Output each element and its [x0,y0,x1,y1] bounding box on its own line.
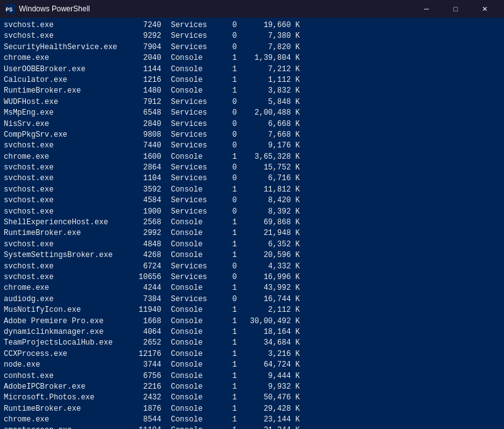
process-name: svchost.exe [4,272,120,283]
process-session: Console [161,316,218,327]
process-name: smartscreen.exe [4,425,120,429]
process-session: Console [161,392,218,403]
process-session: Services [161,20,218,31]
process-mem: 7,820 K [237,42,300,53]
process-num: 1 [218,316,237,327]
process-pid: 2864 [120,163,161,173]
process-pid: 8544 [120,415,161,425]
process-pid: 2652 [120,338,161,348]
process-num: 0 [218,140,237,151]
process-mem: 11,812 K [237,185,300,195]
process-session: Services [161,163,218,173]
process-session: Services [161,42,218,53]
process-mem: 30,00,492 K [237,316,300,327]
process-session: Console [161,305,218,316]
process-session: Console [161,86,218,96]
process-pid: 1144 [120,64,161,75]
process-name: SecurityHealthService.exe [4,42,120,53]
process-pid: 2040 [120,53,161,64]
process-name: WUDFHost.exe [4,97,120,108]
process-num: 1 [218,392,237,403]
process-num: 1 [218,86,237,96]
process-pid: 3592 [120,185,161,195]
process-session: Console [161,349,218,360]
process-num: 1 [218,327,237,338]
process-session: Services [161,119,218,130]
process-name: svchost.exe [4,163,120,173]
process-name: svchost.exe [4,140,120,151]
process-mem: 9,932 K [237,382,300,392]
process-num: 0 [218,272,237,283]
process-pid: 1668 [120,316,161,327]
process-pid: 3744 [120,360,161,370]
process-num: 1 [218,371,237,382]
table-row: CompPkgSrv.exe9808 Services 0 7,668 K [4,130,500,140]
process-session: Console [161,185,218,195]
close-button[interactable]: ✕ [470,0,499,18]
process-num: 0 [218,173,237,184]
process-session: Services [161,130,218,140]
table-row: svchost.exe2864 Services 0 15,752 K [4,163,500,173]
process-pid: 7240 [120,20,161,31]
table-row: dynamiclinkmanager.exe4064 Console 1 18,… [4,327,500,338]
process-session: Console [161,152,218,163]
terminal-window[interactable]: svchost.exe7240 Services 0 19,660 Ksvcho… [0,18,504,429]
process-session: Console [161,425,218,429]
process-session: Console [161,250,218,261]
process-num: 1 [218,53,237,64]
process-name: svchost.exe [4,261,120,272]
process-mem: 29,428 K [237,404,300,415]
maximize-button[interactable]: □ [441,0,470,18]
process-num: 0 [218,294,237,305]
process-pid: 7384 [120,294,161,305]
process-mem: 16,996 K [237,272,300,283]
table-row: svchost.exe7240 Services 0 19,660 K [4,20,500,31]
window-title: Windows PowerShell [19,4,408,13]
process-mem: 19,660 K [237,20,300,31]
process-name: svchost.exe [4,31,120,42]
app-icon: PS [5,4,15,14]
process-name: RuntimeBroker.exe [4,228,120,239]
process-name: TeamProjectsLocalHub.exe [4,338,120,348]
process-num: 1 [218,64,237,75]
process-session: Console [161,64,218,75]
process-session: Services [161,31,218,42]
process-name: svchost.exe [4,173,120,184]
table-row: node.exe3744 Console 1 64,724 K [4,360,500,370]
process-name: audiodg.exe [4,294,120,305]
table-row: Microsoft.Photos.exe2432 Console 1 50,47… [4,392,500,403]
process-num: 1 [218,283,237,294]
process-mem: 6,352 K [237,239,300,250]
process-pid: 6724 [120,261,161,272]
process-mem: 9,444 K [237,371,300,382]
process-pid: 4848 [120,239,161,250]
process-num: 0 [218,163,237,173]
process-name: RuntimeBroker.exe [4,86,120,96]
process-mem: 5,848 K [237,97,300,108]
minimize-button[interactable]: ─ [412,0,441,18]
table-row: UserOOBEBroker.exe1144 Console 1 7,212 K [4,64,500,75]
table-row: svchost.exe4584 Services 0 8,420 K [4,195,500,206]
process-table: svchost.exe7240 Services 0 19,660 Ksvcho… [4,20,500,429]
process-session: Services [161,261,218,272]
table-row: svchost.exe10656 Services 0 16,996 K [4,272,500,283]
process-pid: 2992 [120,228,161,239]
process-pid: 10656 [120,272,161,283]
process-name: svchost.exe [4,207,120,217]
process-mem: 18,164 K [237,327,300,338]
table-row: NisSrv.exe2840 Services 0 6,668 K [4,119,500,130]
table-row: WUDFHost.exe7912 Services 0 5,848 K [4,97,500,108]
svg-text:PS: PS [6,7,13,13]
process-session: Console [161,283,218,294]
process-mem: 6,668 K [237,119,300,130]
process-name: Calculator.exe [4,75,120,86]
process-mem: 69,868 K [237,217,300,228]
process-name: svchost.exe [4,20,120,31]
process-num: 1 [218,239,237,250]
table-row: conhost.exe6756 Console 1 9,444 K [4,371,500,382]
process-mem: 15,752 K [237,163,300,173]
process-session: Console [161,404,218,415]
process-session: Console [161,382,218,392]
process-mem: 23,144 K [237,415,300,425]
process-pid: 7912 [120,97,161,108]
